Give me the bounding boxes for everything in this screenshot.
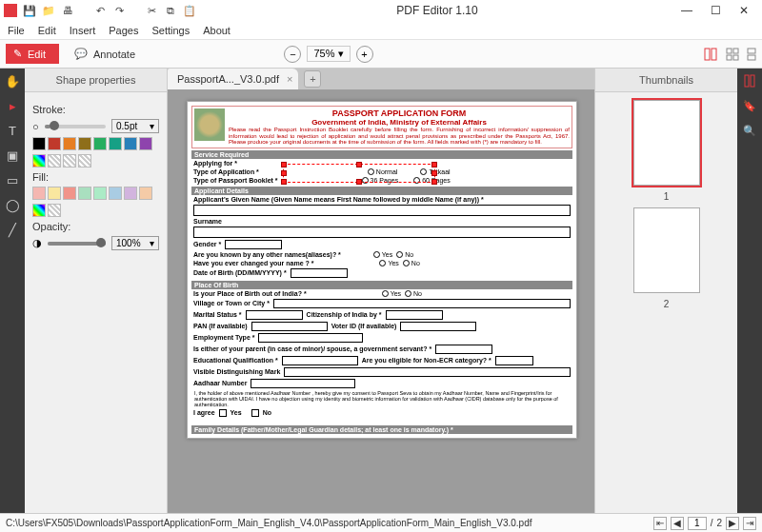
minimize-button[interactable]: — [678,4,695,17]
rect-tool[interactable]: ▭ [0,167,25,192]
opt-36pages[interactable]: 36 Pages [362,177,399,184]
stroke-custom-color[interactable] [32,154,46,167]
fill-swatch[interactable] [109,187,122,200]
page-viewport[interactable]: PASSPORT APPLICATION FORM Government of … [168,89,594,513]
bookmarks-tab-icon[interactable]: 🔖 [737,93,762,118]
fill-swatch[interactable] [32,187,46,200]
citizenship-field[interactable] [386,310,443,320]
paste-icon[interactable]: 📋 [183,4,196,17]
menu-pages[interactable]: Pages [109,25,138,36]
select-tool[interactable]: ▸ [0,93,25,118]
employment-field[interactable] [258,333,363,343]
thumbnails-tab-icon[interactable] [737,69,762,93]
search-tab-icon[interactable]: 🔍 [737,118,762,143]
text-tool[interactable]: T [0,118,25,143]
marks-field[interactable] [284,367,571,377]
redo-icon[interactable]: ↷ [112,4,126,17]
village-field[interactable] [273,299,571,308]
aadhaar-field[interactable] [251,379,355,388]
fill-swatch[interactable] [93,187,107,200]
pdf-page[interactable]: PASSPORT APPLICATION FORM Government of … [187,101,577,439]
opt-normal[interactable]: Normal [368,168,398,175]
thumbnail-page-1[interactable] [633,100,700,186]
given-name-field[interactable] [193,205,571,216]
stroke-swatch[interactable] [109,137,122,150]
page-layout-grid-icon[interactable] [726,48,739,61]
line-tool[interactable]: ╱ [0,217,25,242]
pan-field[interactable] [251,322,328,331]
aliases-yes[interactable]: Yes [373,251,392,258]
fill-custom-color[interactable] [32,204,46,217]
zoom-out-button[interactable]: − [284,46,301,63]
document-tab[interactable]: PassportA..._V3.0.pdf × [168,69,298,89]
add-tab-button[interactable]: + [304,70,321,88]
print-icon[interactable]: 🖶 [61,4,74,17]
undo-icon[interactable]: ↶ [93,4,107,17]
non-ecr-field[interactable] [495,356,533,365]
menu-file[interactable]: File [8,25,25,36]
stroke-slider[interactable] [45,125,106,128]
stroke-swatch[interactable] [48,137,61,150]
zoom-value[interactable]: 75% ▾ [307,46,350,62]
menu-insert[interactable]: Insert [70,25,96,36]
annotate-mode-button[interactable]: 💬 Annotate [65,44,145,64]
zoom-in-button[interactable]: + [356,46,373,63]
fill-swatch[interactable] [124,187,137,200]
opt-tatkaal[interactable]: Tatkaal [420,168,450,175]
page-layout-single-icon[interactable] [703,48,718,61]
menu-edit[interactable]: Edit [38,25,56,36]
save-icon[interactable]: 💾 [23,4,36,17]
fill-swatch[interactable] [48,187,61,200]
changed-no[interactable]: No [403,260,420,266]
edit-mode-button[interactable]: ✎ Edit [6,44,59,64]
pob-no[interactable]: No [405,290,422,297]
tab-close-icon[interactable]: × [287,73,292,85]
surname-field[interactable] [193,227,571,238]
stroke-none[interactable] [48,154,61,167]
page-input[interactable] [688,517,707,530]
agree-no-checkbox[interactable] [251,409,259,417]
stroke-swatch[interactable] [63,137,76,150]
fill-swatch[interactable] [139,187,152,200]
fill-swatch[interactable] [63,187,76,200]
first-page-button[interactable]: ⇤ [653,517,667,530]
ellipse-tool[interactable]: ◯ [0,192,25,217]
opacity-slider[interactable] [48,242,106,246]
stroke-value-select[interactable]: 0.5pt▾ [111,119,159,133]
open-icon[interactable]: 📁 [42,4,55,17]
changed-yes[interactable]: Yes [379,260,398,266]
stroke-none2[interactable] [63,154,76,167]
aliases-no[interactable]: No [396,251,413,258]
maximize-button[interactable]: ☐ [707,4,724,17]
marital-field[interactable] [246,310,303,320]
thumbnail-page-2[interactable] [633,207,700,293]
agree-yes-checkbox[interactable] [219,409,227,417]
image-tool[interactable]: ▣ [0,143,25,167]
hand-tool[interactable]: ✋ [0,69,25,93]
page-layout-continuous-icon[interactable] [747,48,756,61]
prev-page-button[interactable]: ◀ [671,517,684,530]
stroke-swatch[interactable] [93,137,107,150]
fill-swatch[interactable] [78,187,91,200]
edu-field[interactable] [282,356,358,365]
last-page-button[interactable]: ⇥ [743,517,756,530]
stroke-swatch[interactable] [32,137,46,150]
menu-settings[interactable]: Settings [151,25,190,36]
dob-field[interactable] [291,268,348,278]
opt-60pages[interactable]: 60 Pages [413,177,451,184]
parent-govt-field[interactable] [435,345,492,354]
pob-yes[interactable]: Yes [382,290,401,297]
voter-field[interactable] [400,322,476,331]
stroke-swatch[interactable] [78,137,91,150]
fill-none[interactable] [48,204,61,217]
opacity-value-select[interactable]: 100%▾ [111,236,159,250]
close-button[interactable]: ✕ [735,4,752,17]
menu-about[interactable]: About [203,25,231,36]
next-page-button[interactable]: ▶ [726,517,739,530]
stroke-swatch[interactable] [139,137,152,150]
copy-icon[interactable]: ⧉ [164,4,177,17]
stroke-swatch[interactable] [124,137,137,150]
stroke-none3[interactable] [78,154,91,167]
cut-icon[interactable]: ✂ [145,4,158,17]
gender-field[interactable] [225,240,282,249]
